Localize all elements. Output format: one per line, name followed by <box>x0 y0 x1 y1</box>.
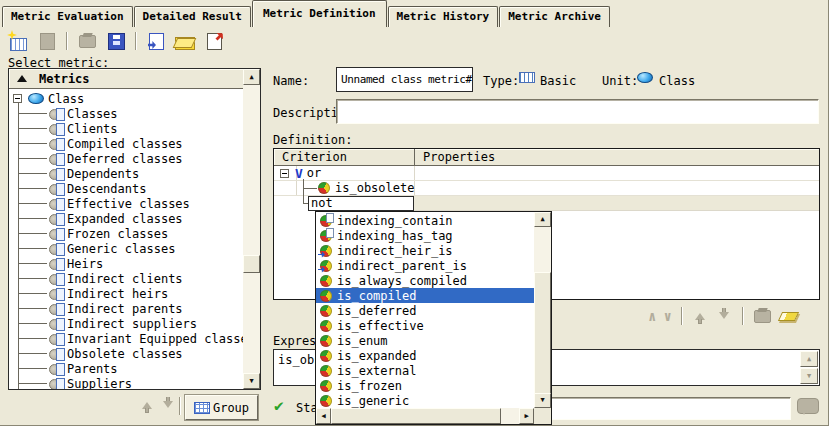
tree-item[interactable]: Deferred classes <box>9 151 243 166</box>
tree-item-label: Indirect heirs <box>67 287 168 301</box>
tree-vertical-scrollbar[interactable]: ▲ ▼ <box>243 69 260 389</box>
criterion-row-or[interactable]: V or <box>274 166 819 181</box>
type-label: Type: <box>483 74 519 88</box>
dropdown-item[interactable]: indirect_parent_is <box>316 258 534 273</box>
tree-item[interactable]: Expanded classes <box>9 211 243 226</box>
criterion-row-is-obsolete[interactable]: is_obsolete <box>274 181 819 196</box>
spinner-down-icon[interactable]: ▼ <box>800 368 818 384</box>
dropdown-item[interactable]: is_enum <box>316 333 534 348</box>
definition-label: Definition: <box>273 133 352 147</box>
metric-icon <box>49 183 65 195</box>
tree-item[interactable]: Classes <box>9 106 243 121</box>
collapse-icon[interactable] <box>280 169 289 178</box>
tree-item[interactable]: Indirect clients <box>9 271 243 286</box>
tab[interactable]: Detailed Result <box>134 6 251 27</box>
tree-item-label: Expanded classes <box>67 212 183 226</box>
scroll-down-icon[interactable]: ▼ <box>243 373 260 389</box>
new-metric-icon[interactable] <box>6 30 30 52</box>
tree-item[interactable]: Generic classes <box>9 241 243 256</box>
name-input[interactable]: Unnamed class metric#3 <box>336 67 473 92</box>
dropdown-item-label: is_always_compiled <box>337 274 467 288</box>
metric-icon <box>49 363 65 375</box>
dropdown-item-label: indirect_parent_is <box>337 259 467 273</box>
scroll-up-icon[interactable]: ▲ <box>243 69 260 85</box>
scroll-up-icon[interactable]: ▲ <box>534 212 551 227</box>
tree-item[interactable]: Compiled classes <box>9 136 243 151</box>
metric-icon <box>49 258 65 270</box>
scroll-right-icon[interactable]: ▶ <box>519 408 534 424</box>
tree-item[interactable]: Indirect parents <box>9 301 243 316</box>
tree-item[interactable]: Heirs <box>9 256 243 271</box>
metric-tree-header[interactable]: Metrics <box>9 69 243 89</box>
open-metrics-file-icon[interactable] <box>173 30 197 52</box>
tree-item[interactable]: Effective classes <box>9 196 243 211</box>
tree-item[interactable]: Indirect suppliers <box>9 316 243 331</box>
save-metric-icon[interactable] <box>104 30 128 52</box>
import-metrics-icon[interactable] <box>144 30 168 52</box>
tab[interactable]: Metric Archive <box>499 6 610 27</box>
scroll-left-icon[interactable]: ◀ <box>316 408 331 424</box>
tree-branch-line <box>18 113 47 114</box>
tree-item[interactable]: Clients <box>9 121 243 136</box>
tree-branch-line <box>18 263 47 264</box>
valid-check-icon: ✔ <box>274 396 284 415</box>
dropdown-item[interactable]: is_compiled <box>316 288 534 303</box>
metric-icon <box>49 153 65 165</box>
scroll-thumb[interactable] <box>534 272 551 394</box>
dropdown-item[interactable]: is_expanded <box>316 348 534 363</box>
dropdown-item[interactable]: is_external <box>316 363 534 378</box>
tree-item-label: Compiled classes <box>67 137 183 151</box>
erase-criterion-icon[interactable] <box>778 312 799 321</box>
dropdown-item[interactable]: is_generic <box>316 393 534 408</box>
tab[interactable]: Metric History <box>388 6 499 27</box>
tree-item[interactable]: Dependents <box>9 166 243 181</box>
tree-item[interactable]: Parents <box>9 361 243 376</box>
dropdown-item-label: indirect_heir_is <box>337 244 453 258</box>
dropdown-item[interactable]: is_deferred <box>316 303 534 318</box>
properties-column-header[interactable]: Properties <box>414 149 819 165</box>
dropdown-item[interactable]: indexing_has_tag <box>316 228 534 243</box>
dropdown-item[interactable]: is_frozen <box>316 378 534 393</box>
tree-item[interactable]: Descendants <box>9 181 243 196</box>
tree-item[interactable]: Frozen classes <box>9 226 243 241</box>
metric-icon <box>49 303 65 315</box>
spinner-up-icon[interactable]: ▲ <box>800 351 818 367</box>
scroll-thumb[interactable] <box>331 408 501 424</box>
tree-branch-line <box>18 368 47 369</box>
tree-item-label: Clients <box>67 122 118 136</box>
group-button[interactable]: Group <box>185 395 258 420</box>
criterion-editor-input[interactable]: not <box>308 196 414 211</box>
dropdown-item-label: indexing_has_tag <box>337 229 453 243</box>
scroll-thumb[interactable] <box>243 255 260 273</box>
dropdown-item[interactable]: indexing_contain <box>316 213 534 228</box>
tree-item-label: Indirect parents <box>67 302 183 316</box>
delete-criterion-icon <box>753 305 773 327</box>
criterion-pie-icon <box>318 182 330 194</box>
tree-item[interactable]: Indirect heirs <box>9 286 243 301</box>
metric-icon <box>49 138 65 150</box>
metric-tool-window: Metric EvaluationDetailed ResultMetric D… <box>0 0 829 426</box>
tree-branch-line <box>18 218 47 219</box>
or-criterion-icon: V <box>295 167 303 180</box>
tree-item[interactable]: Obsolete classes <box>9 346 243 361</box>
dropdown-item[interactable]: is_always_compiled <box>316 273 534 288</box>
tree-item[interactable]: Suppliers <box>9 376 243 390</box>
criterion-row-not[interactable]: not <box>274 196 819 211</box>
description-input[interactable] <box>336 99 819 124</box>
export-metrics-icon[interactable] <box>202 30 226 52</box>
dropdown-horizontal-scrollbar[interactable]: ◀ ▶ <box>316 408 534 424</box>
scroll-down-icon[interactable]: ▼ <box>534 393 551 408</box>
criterion-indexing-icon <box>320 215 332 227</box>
dropdown-item[interactable]: indirect_heir_is <box>316 243 534 258</box>
tree-item[interactable]: Class <box>9 91 243 106</box>
criterion-column-header[interactable]: Criterion <box>274 150 414 164</box>
dropdown-item[interactable]: is_effective <box>316 318 534 333</box>
tree-item-label: Descendants <box>67 182 146 196</box>
dropdown-vertical-scrollbar[interactable]: ▲ ▼ <box>534 212 551 408</box>
collapse-icon[interactable] <box>13 94 22 103</box>
expression-spinner[interactable]: ▲ ▼ <box>800 351 818 384</box>
tab[interactable]: Metric Evaluation <box>2 6 133 27</box>
dropdown-item-label: is_enum <box>337 334 388 348</box>
tree-item[interactable]: Invariant Equipped classes <box>9 331 243 346</box>
tab[interactable]: Metric Definition <box>252 0 387 27</box>
